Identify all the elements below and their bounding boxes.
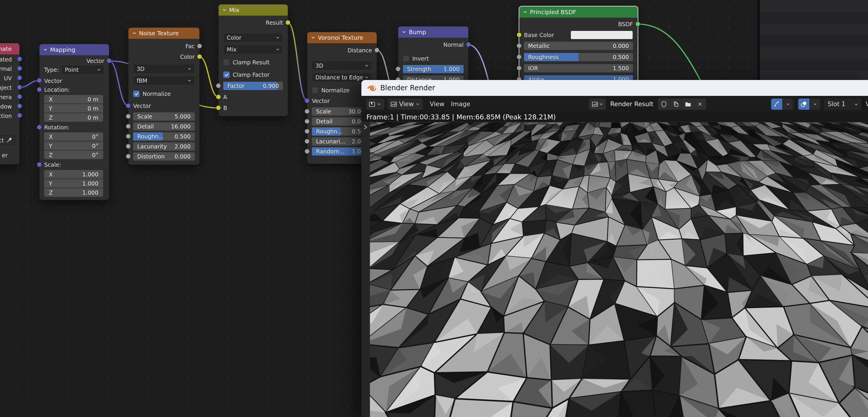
socket-roughness[interactable]: [517, 55, 522, 60]
socket-randomness[interactable]: [305, 149, 310, 154]
dimensions-dropdown[interactable]: 3D: [312, 61, 372, 70]
image-menu[interactable]: Image: [448, 99, 473, 110]
socket-vector-in[interactable]: [126, 103, 131, 108]
node-noise-texture[interactable]: Noise Texture Fac Color 3D fBM Normalize…: [128, 28, 199, 165]
node-header-principled[interactable]: Principled BSDF: [519, 6, 638, 18]
rotation-y[interactable]: Y0°: [44, 141, 103, 150]
socket-detail[interactable]: [126, 124, 131, 129]
open-image-button[interactable]: [682, 99, 694, 110]
mode-dropdown[interactable]: fBM: [133, 76, 195, 85]
location-z[interactable]: Z0 m: [44, 113, 103, 122]
node-header-bump[interactable]: Bump: [398, 27, 468, 38]
rotation-x[interactable]: X0°: [44, 132, 103, 141]
fake-user-button[interactable]: [658, 99, 670, 110]
mode-dropdown[interactable]: View: [388, 99, 423, 110]
socket-distortion[interactable]: [126, 154, 131, 159]
checkbox-box[interactable]: [403, 55, 409, 62]
socket-fac[interactable]: [197, 43, 202, 48]
socket-detail[interactable]: [305, 119, 310, 124]
scale-y[interactable]: Y1.000: [44, 179, 103, 187]
region-toggle-icon[interactable]: [363, 124, 368, 130]
overlays-dropdown[interactable]: [810, 99, 820, 110]
image-name-field[interactable]: Render Result: [606, 99, 658, 110]
socket-roughness[interactable]: [305, 129, 310, 134]
socket-normal[interactable]: [17, 66, 22, 71]
gizmos-dropdown[interactable]: [783, 99, 793, 110]
type-dropdown[interactable]: Point: [61, 65, 104, 74]
view-menu[interactable]: View: [427, 99, 447, 110]
collapse-icon[interactable]: [43, 48, 48, 52]
collapse-icon[interactable]: [523, 10, 527, 14]
socket-scale[interactable]: [126, 114, 131, 119]
socket-reflection[interactable]: [17, 113, 22, 118]
socket-base-color[interactable]: [517, 32, 522, 37]
node-mix[interactable]: Mix Result Color Mix Clamp Result Clamp …: [219, 4, 288, 116]
editor-type-button[interactable]: [366, 99, 384, 110]
socket-object[interactable]: [17, 85, 22, 90]
node-texture-coordinate[interactable]: inate rated ormal UV bject mera ndow ect…: [0, 43, 20, 164]
overlays-toggle[interactable]: [798, 99, 809, 110]
rotation-z[interactable]: Z0°: [44, 150, 103, 159]
checkbox-box[interactable]: [223, 59, 230, 66]
ior-slider[interactable]: IOR1.500: [524, 64, 633, 72]
socket-vector-in[interactable]: [305, 98, 310, 103]
socket-b[interactable]: [216, 105, 221, 110]
unlink-image-button[interactable]: [694, 99, 706, 110]
collapse-icon[interactable]: [311, 36, 315, 40]
normalize-checkbox[interactable]: Normalize: [312, 86, 350, 94]
scale-x[interactable]: X1.000: [44, 170, 103, 178]
socket-metallic[interactable]: [517, 43, 522, 48]
socket-vector-out[interactable]: [106, 58, 112, 63]
blend-mode-dropdown[interactable]: Mix: [223, 45, 283, 54]
clamp-factor-checkbox[interactable]: Clamp Factor: [223, 71, 270, 79]
strength-slider[interactable]: Strength1.000: [403, 65, 464, 73]
browse-image-button[interactable]: [589, 99, 606, 110]
node-header-noise[interactable]: Noise Texture: [128, 28, 199, 39]
socket-a[interactable]: [216, 94, 221, 99]
scale-slider[interactable]: Scale5.000: [133, 112, 195, 120]
checkbox-box[interactable]: [223, 71, 230, 78]
location-x[interactable]: X0 m: [44, 95, 103, 104]
roughness-slider[interactable]: Roughness0.500: [524, 53, 633, 61]
socket-color[interactable]: [197, 54, 202, 59]
socket-result[interactable]: [285, 20, 290, 25]
invert-checkbox[interactable]: Invert: [403, 55, 429, 63]
roughness-slider[interactable]: Roughn...0.500: [133, 132, 195, 141]
base-color-swatch[interactable]: [570, 31, 633, 39]
node-header-texture-coordinate[interactable]: inate: [0, 43, 20, 55]
socket-scale[interactable]: [305, 109, 310, 114]
socket-vector-in[interactable]: [37, 78, 42, 83]
gizmos-toggle[interactable]: [771, 99, 782, 110]
collapse-icon[interactable]: [222, 8, 226, 12]
socket-generated[interactable]: [17, 57, 22, 62]
detail-slider[interactable]: Detail16.000: [133, 122, 195, 131]
lacunarity-slider[interactable]: Lacunarity2.000: [133, 142, 195, 150]
location-y[interactable]: Y0 m: [44, 104, 103, 113]
node-header-voronoi[interactable]: Voronoi Texture: [307, 32, 377, 43]
socket-rotation[interactable]: [37, 125, 42, 130]
node-principled-bsdf[interactable]: Principled BSDF BSDF Base Color Metallic…: [519, 6, 638, 88]
new-image-button[interactable]: [670, 99, 682, 110]
normalize-checkbox[interactable]: Normalize: [133, 90, 171, 98]
socket-lacunarity[interactable]: [305, 139, 310, 144]
checkbox-box[interactable]: [133, 91, 140, 97]
dimensions-dropdown[interactable]: 3D: [133, 64, 195, 73]
scale-z[interactable]: Z1.000: [44, 188, 103, 197]
socket-uv[interactable]: [17, 75, 22, 80]
socket-normal[interactable]: [466, 42, 471, 47]
render-window[interactable]: Blender Render View View Image Render Re…: [362, 80, 868, 417]
socket-window[interactable]: [17, 104, 22, 108]
collapse-icon[interactable]: [132, 31, 136, 35]
metallic-slider[interactable]: Metallic0.000: [524, 42, 633, 50]
data-type-dropdown[interactable]: Color: [223, 33, 283, 42]
socket-scale[interactable]: [37, 162, 42, 167]
distortion-slider[interactable]: Distortion0.000: [133, 152, 195, 161]
socket-ior[interactable]: [517, 66, 522, 71]
view-layer-dropdown-clipped[interactable]: V: [866, 99, 868, 110]
socket-lacunarity[interactable]: [126, 144, 131, 149]
window-titlebar[interactable]: Blender Render: [362, 80, 868, 96]
clamp-result-checkbox[interactable]: Clamp Result: [223, 58, 270, 66]
socket-distance[interactable]: [374, 48, 379, 53]
socket-roughness[interactable]: [126, 134, 131, 139]
socket-factor[interactable]: [216, 83, 221, 88]
